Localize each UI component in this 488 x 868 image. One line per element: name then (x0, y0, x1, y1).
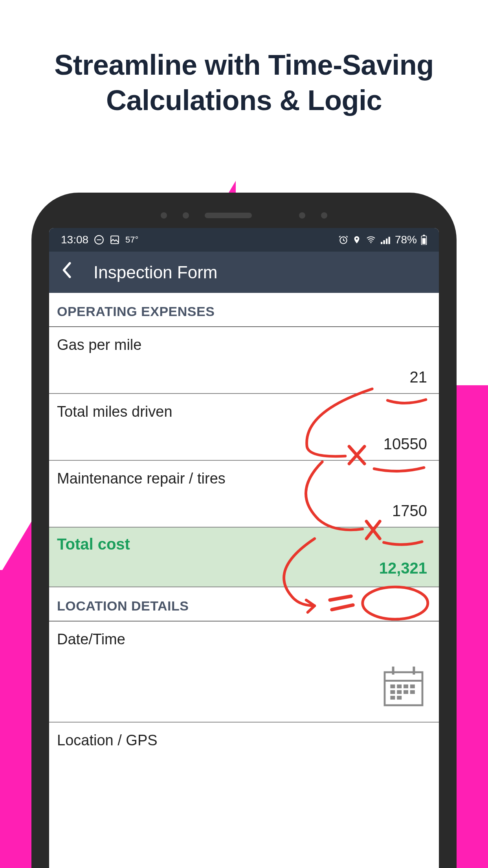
status-time: 13:08 (61, 234, 88, 246)
wifi-icon (365, 235, 377, 245)
field-total-miles[interactable]: Total miles driven 10550 (49, 394, 439, 461)
calendar-icon[interactable] (380, 663, 427, 710)
field-value: 21 (49, 357, 439, 393)
field-label: Date/Time (49, 622, 439, 651)
total-value: 12,321 (57, 553, 431, 577)
svg-rect-21 (390, 690, 395, 694)
battery-icon (421, 235, 427, 245)
svg-rect-12 (423, 235, 425, 236)
svg-rect-19 (404, 684, 408, 688)
status-battery: 78% (395, 234, 417, 246)
svg-rect-24 (410, 690, 415, 694)
field-label: Maintenance repair / tires (49, 461, 439, 490)
signal-icon (381, 235, 391, 244)
page-title: Inspection Form (94, 263, 217, 282)
marketing-headline: Streamline with Time-Saving Calculations… (0, 0, 488, 118)
app-header: Inspection Form (49, 252, 439, 293)
phone-mockup: 13:08 57° 78% Inspection Form OPERATING … (31, 193, 457, 868)
svg-point-4 (356, 238, 358, 240)
svg-rect-8 (386, 239, 387, 244)
field-label: Location / GPS (49, 723, 439, 752)
svg-rect-23 (404, 690, 408, 694)
phone-screen: 13:08 57° 78% Inspection Form OPERATING … (49, 228, 439, 868)
svg-rect-9 (388, 237, 390, 244)
total-cost-row: Total cost 12,321 (49, 528, 439, 587)
status-bar: 13:08 57° 78% (49, 228, 439, 252)
svg-rect-20 (410, 684, 415, 688)
svg-rect-18 (397, 684, 402, 688)
svg-rect-13 (385, 672, 422, 705)
svg-rect-6 (381, 242, 382, 244)
alarm-icon (338, 235, 349, 245)
field-maintenance[interactable]: Maintenance repair / tires 1750 (49, 461, 439, 528)
svg-rect-26 (397, 696, 402, 700)
svg-rect-7 (383, 240, 385, 244)
do-not-disturb-icon (94, 235, 104, 245)
total-label: Total cost (57, 535, 431, 553)
field-label: Gas per mile (49, 327, 439, 357)
field-datetime[interactable]: Date/Time (49, 622, 439, 723)
field-label: Total miles driven (49, 394, 439, 423)
svg-rect-17 (390, 684, 395, 688)
svg-rect-11 (422, 238, 426, 244)
field-location-gps[interactable]: Location / GPS (49, 723, 439, 752)
field-value: 1750 (49, 490, 439, 527)
svg-point-5 (370, 242, 371, 243)
svg-rect-22 (397, 690, 402, 694)
field-gas-per-mile[interactable]: Gas per mile 21 (49, 327, 439, 394)
image-icon (110, 235, 120, 245)
section-location-details: LOCATION DETAILS (49, 587, 439, 622)
section-operating-expenses: OPERATING EXPENSES (49, 293, 439, 327)
status-temp: 57° (125, 235, 138, 245)
svg-rect-25 (390, 696, 395, 700)
back-button[interactable] (61, 261, 72, 283)
field-value: 10550 (49, 423, 439, 460)
location-icon (352, 235, 361, 245)
